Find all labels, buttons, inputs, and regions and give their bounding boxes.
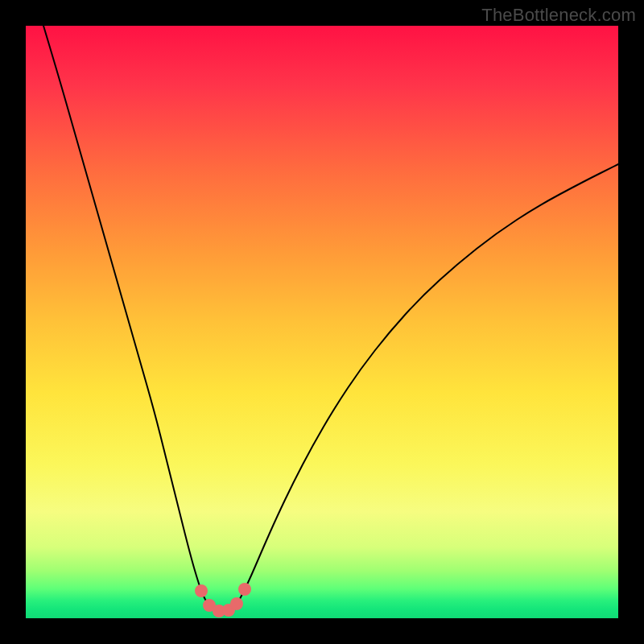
highlight-dot [195,584,208,597]
bottleneck-curve-path [43,26,618,612]
highlight-dot [238,583,251,596]
curve-svg [26,26,618,618]
watermark-text: TheBottleneck.com [481,5,636,26]
outer-frame: TheBottleneck.com [0,0,644,644]
highlight-dot [230,597,243,610]
plot-area [26,26,618,618]
highlight-dots-group [195,583,251,617]
